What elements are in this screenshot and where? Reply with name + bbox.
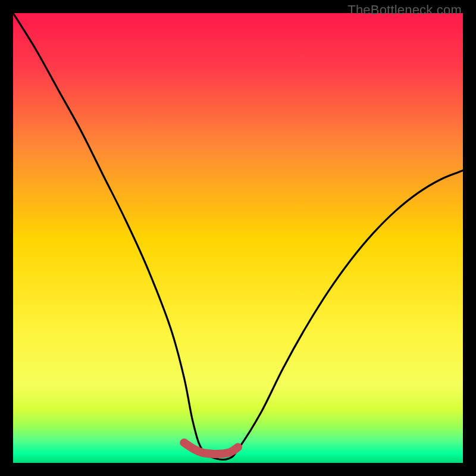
watermark-text: TheBottleneck.com — [347, 2, 462, 18]
chart-frame: TheBottleneck.com — [0, 0, 476, 476]
curve-layer — [13, 13, 463, 463]
optimal-band-highlight — [184, 443, 238, 454]
plot-area — [13, 13, 463, 463]
bottleneck-curve — [13, 13, 463, 459]
